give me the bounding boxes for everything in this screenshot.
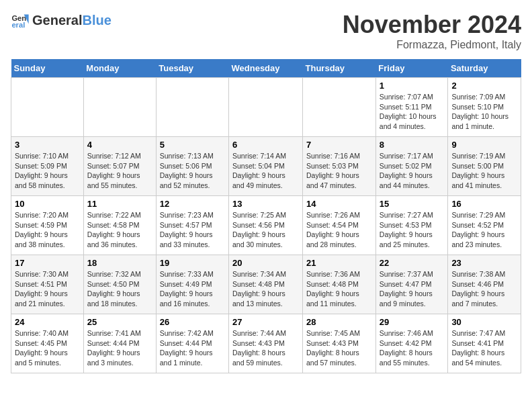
calendar-header-row: SundayMondayTuesdayWednesdayThursdayFrid… <box>11 59 521 78</box>
day-number: 11 <box>87 199 152 209</box>
calendar-cell: 28Sunrise: 7:45 AM Sunset: 4:43 PM Dayli… <box>303 314 376 373</box>
day-number: 19 <box>160 258 225 268</box>
logo: Gen eral General Blue <box>11 11 112 30</box>
calendar-cell <box>83 78 156 137</box>
calendar-cell: 27Sunrise: 7:44 AM Sunset: 4:43 PM Dayli… <box>229 314 303 373</box>
header-tuesday: Tuesday <box>156 59 228 78</box>
day-number: 3 <box>15 140 80 150</box>
calendar-cell: 25Sunrise: 7:41 AM Sunset: 4:44 PM Dayli… <box>83 314 156 373</box>
day-number: 29 <box>380 317 445 327</box>
calendar-cell: 22Sunrise: 7:37 AM Sunset: 4:47 PM Dayli… <box>375 255 448 314</box>
day-info: Sunrise: 7:23 AM Sunset: 4:57 PM Dayligh… <box>160 210 225 250</box>
day-info: Sunrise: 7:13 AM Sunset: 5:06 PM Dayligh… <box>160 151 225 191</box>
calendar-cell: 6Sunrise: 7:14 AM Sunset: 5:04 PM Daylig… <box>229 137 303 196</box>
day-number: 14 <box>306 199 372 209</box>
calendar-cell: 19Sunrise: 7:33 AM Sunset: 4:49 PM Dayli… <box>156 255 228 314</box>
location-subtitle: Formazza, Piedmont, Italy <box>343 39 521 51</box>
day-number: 18 <box>87 258 152 268</box>
day-number: 2 <box>451 81 517 91</box>
calendar-cell: 24Sunrise: 7:40 AM Sunset: 4:45 PM Dayli… <box>11 314 84 373</box>
day-info: Sunrise: 7:14 AM Sunset: 5:04 PM Dayligh… <box>232 151 299 191</box>
day-info: Sunrise: 7:25 AM Sunset: 4:56 PM Dayligh… <box>232 210 299 250</box>
calendar-cell: 9Sunrise: 7:19 AM Sunset: 5:00 PM Daylig… <box>448 137 521 196</box>
calendar-cell: 26Sunrise: 7:42 AM Sunset: 4:44 PM Dayli… <box>156 314 228 373</box>
day-number: 12 <box>160 199 225 209</box>
header-saturday: Saturday <box>448 59 521 78</box>
day-info: Sunrise: 7:27 AM Sunset: 4:53 PM Dayligh… <box>380 210 445 250</box>
day-number: 25 <box>87 317 152 327</box>
day-number: 30 <box>451 317 517 327</box>
calendar-cell: 14Sunrise: 7:26 AM Sunset: 4:54 PM Dayli… <box>303 196 376 255</box>
day-info: Sunrise: 7:12 AM Sunset: 5:07 PM Dayligh… <box>87 151 152 191</box>
day-info: Sunrise: 7:36 AM Sunset: 4:48 PM Dayligh… <box>306 269 372 309</box>
day-info: Sunrise: 7:19 AM Sunset: 5:00 PM Dayligh… <box>451 151 517 191</box>
svg-text:eral: eral <box>11 21 25 29</box>
header-friday: Friday <box>375 59 448 78</box>
calendar-cell: 4Sunrise: 7:12 AM Sunset: 5:07 PM Daylig… <box>83 137 156 196</box>
header-thursday: Thursday <box>303 59 376 78</box>
calendar-cell: 16Sunrise: 7:29 AM Sunset: 4:52 PM Dayli… <box>448 196 521 255</box>
calendar-cell <box>303 78 376 137</box>
calendar-cell: 29Sunrise: 7:46 AM Sunset: 4:42 PM Dayli… <box>375 314 448 373</box>
day-info: Sunrise: 7:34 AM Sunset: 4:48 PM Dayligh… <box>232 269 299 309</box>
day-number: 23 <box>451 258 517 268</box>
day-info: Sunrise: 7:26 AM Sunset: 4:54 PM Dayligh… <box>306 210 372 250</box>
calendar-table: SundayMondayTuesdayWednesdayThursdayFrid… <box>11 59 521 373</box>
day-number: 24 <box>15 317 80 327</box>
calendar-cell <box>11 78 84 137</box>
calendar-cell: 2Sunrise: 7:09 AM Sunset: 5:10 PM Daylig… <box>448 78 521 137</box>
calendar-cell: 21Sunrise: 7:36 AM Sunset: 4:48 PM Dayli… <box>303 255 376 314</box>
calendar-cell: 8Sunrise: 7:17 AM Sunset: 5:02 PM Daylig… <box>375 137 448 196</box>
calendar-cell <box>156 78 228 137</box>
calendar-cell: 13Sunrise: 7:25 AM Sunset: 4:56 PM Dayli… <box>229 196 303 255</box>
day-info: Sunrise: 7:17 AM Sunset: 5:02 PM Dayligh… <box>380 151 445 191</box>
calendar-week-0: 1Sunrise: 7:07 AM Sunset: 5:11 PM Daylig… <box>11 78 521 137</box>
day-number: 16 <box>451 199 517 209</box>
logo-icon: Gen eral <box>11 11 30 30</box>
day-number: 6 <box>232 140 299 150</box>
day-info: Sunrise: 7:22 AM Sunset: 4:58 PM Dayligh… <box>87 210 152 250</box>
day-number: 10 <box>15 199 80 209</box>
day-info: Sunrise: 7:45 AM Sunset: 4:43 PM Dayligh… <box>306 328 372 368</box>
calendar-cell: 1Sunrise: 7:07 AM Sunset: 5:11 PM Daylig… <box>375 78 448 137</box>
calendar-cell: 15Sunrise: 7:27 AM Sunset: 4:53 PM Dayli… <box>375 196 448 255</box>
day-info: Sunrise: 7:37 AM Sunset: 4:47 PM Dayligh… <box>380 269 445 309</box>
day-info: Sunrise: 7:32 AM Sunset: 4:50 PM Dayligh… <box>87 269 152 309</box>
day-info: Sunrise: 7:46 AM Sunset: 4:42 PM Dayligh… <box>380 328 445 368</box>
header-wednesday: Wednesday <box>229 59 303 78</box>
day-number: 22 <box>380 258 445 268</box>
calendar-cell: 10Sunrise: 7:20 AM Sunset: 4:59 PM Dayli… <box>11 196 84 255</box>
day-number: 21 <box>306 258 372 268</box>
calendar-cell: 7Sunrise: 7:16 AM Sunset: 5:03 PM Daylig… <box>303 137 376 196</box>
day-info: Sunrise: 7:30 AM Sunset: 4:51 PM Dayligh… <box>15 269 80 309</box>
calendar-cell: 17Sunrise: 7:30 AM Sunset: 4:51 PM Dayli… <box>11 255 84 314</box>
calendar-cell: 5Sunrise: 7:13 AM Sunset: 5:06 PM Daylig… <box>156 137 228 196</box>
calendar-cell: 18Sunrise: 7:32 AM Sunset: 4:50 PM Dayli… <box>83 255 156 314</box>
calendar-week-2: 10Sunrise: 7:20 AM Sunset: 4:59 PM Dayli… <box>11 196 521 255</box>
day-info: Sunrise: 7:07 AM Sunset: 5:11 PM Dayligh… <box>380 92 445 132</box>
day-number: 8 <box>380 140 445 150</box>
month-title: November 2024 <box>343 11 521 39</box>
day-info: Sunrise: 7:40 AM Sunset: 4:45 PM Dayligh… <box>15 328 80 368</box>
calendar-cell: 12Sunrise: 7:23 AM Sunset: 4:57 PM Dayli… <box>156 196 228 255</box>
day-number: 7 <box>306 140 372 150</box>
day-info: Sunrise: 7:41 AM Sunset: 4:44 PM Dayligh… <box>87 328 152 368</box>
calendar-cell: 3Sunrise: 7:10 AM Sunset: 5:09 PM Daylig… <box>11 137 84 196</box>
day-number: 27 <box>232 317 299 327</box>
day-number: 1 <box>380 81 445 91</box>
day-info: Sunrise: 7:33 AM Sunset: 4:49 PM Dayligh… <box>160 269 225 309</box>
day-info: Sunrise: 7:16 AM Sunset: 5:03 PM Dayligh… <box>306 151 372 191</box>
calendar-cell: 23Sunrise: 7:38 AM Sunset: 4:46 PM Dayli… <box>448 255 521 314</box>
day-info: Sunrise: 7:42 AM Sunset: 4:44 PM Dayligh… <box>160 328 225 368</box>
calendar-week-1: 3Sunrise: 7:10 AM Sunset: 5:09 PM Daylig… <box>11 137 521 196</box>
day-number: 20 <box>232 258 299 268</box>
calendar-cell: 11Sunrise: 7:22 AM Sunset: 4:58 PM Dayli… <box>83 196 156 255</box>
header-sunday: Sunday <box>11 59 84 78</box>
day-number: 26 <box>160 317 225 327</box>
calendar-cell <box>229 78 303 137</box>
day-info: Sunrise: 7:09 AM Sunset: 5:10 PM Dayligh… <box>451 92 517 132</box>
day-info: Sunrise: 7:38 AM Sunset: 4:46 PM Dayligh… <box>451 269 517 309</box>
calendar-week-4: 24Sunrise: 7:40 AM Sunset: 4:45 PM Dayli… <box>11 314 521 373</box>
day-info: Sunrise: 7:20 AM Sunset: 4:59 PM Dayligh… <box>15 210 80 250</box>
calendar-cell: 30Sunrise: 7:47 AM Sunset: 4:41 PM Dayli… <box>448 314 521 373</box>
